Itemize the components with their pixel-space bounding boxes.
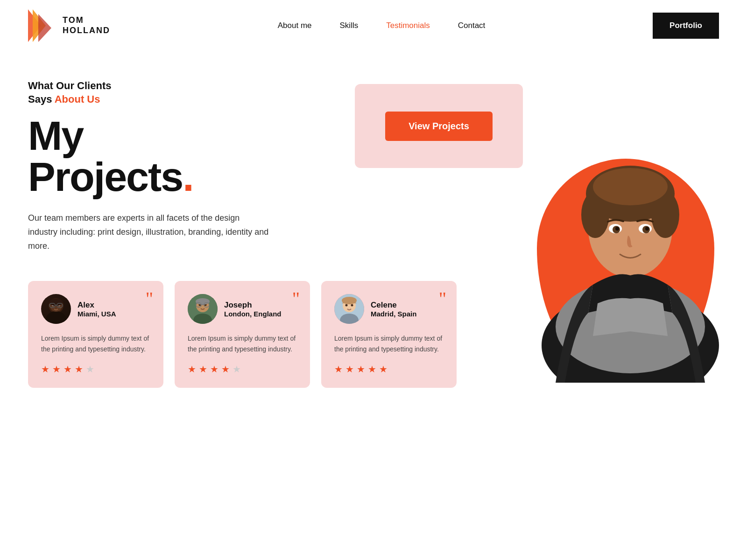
quote-mark-1: " <box>146 289 153 308</box>
star-2-1: ★ <box>188 364 196 375</box>
star-3-1: ★ <box>334 364 343 375</box>
nav-contact[interactable]: Contact <box>458 21 486 30</box>
card-text-3: Lorem Ipsum is simply dummy text of the … <box>334 333 444 354</box>
person-illustration <box>532 103 728 383</box>
card-name-3: Celene <box>371 301 416 310</box>
big-title: My Projects. <box>28 115 289 197</box>
svg-point-41 <box>351 304 353 307</box>
nav-skills[interactable]: Skills <box>340 21 359 30</box>
main-content: What Our Clients Says About Us My Projec… <box>0 51 747 253</box>
svg-point-16 <box>645 227 649 231</box>
avatar-joseph <box>188 294 218 324</box>
star-2-2: ★ <box>199 364 207 375</box>
hero-description: Our team members are experts in all face… <box>28 211 271 253</box>
star-1-5: ★ <box>86 364 94 375</box>
svg-marker-2 <box>38 14 51 42</box>
star-1-1: ★ <box>41 364 49 375</box>
star-2-3: ★ <box>210 364 218 375</box>
stars-3: ★ ★ ★ ★ ★ <box>334 364 444 375</box>
card-person-info-3: Celene Madrid, Spain <box>371 301 416 318</box>
svg-point-33 <box>196 298 210 305</box>
subtitle-prefix: What Our Clients <box>28 80 111 91</box>
title-dot: . <box>183 154 193 200</box>
svg-point-15 <box>615 227 619 231</box>
title-line2: Projects <box>28 154 183 200</box>
testimonial-card-2: " Joseph London, En <box>175 281 310 388</box>
testimonial-card-1: " Ale <box>28 281 163 388</box>
card-name-1: Alex <box>78 301 116 310</box>
svg-point-40 <box>345 304 348 307</box>
card-header-3: Celene Madrid, Spain <box>334 294 444 324</box>
card-person-info-2: Joseph London, England <box>224 301 281 318</box>
person-area <box>486 56 728 383</box>
main-nav: About me Skills Testimonials Contact <box>278 21 486 30</box>
logo-icon <box>28 9 56 42</box>
quote-mark-2: " <box>292 289 300 308</box>
quote-mark-3: " <box>439 289 446 308</box>
avatar-alex <box>41 294 71 324</box>
title-line1: My <box>28 112 83 159</box>
svg-point-18 <box>46 311 66 324</box>
stars-2: ★ ★ ★ ★ ★ <box>188 364 297 375</box>
star-1-2: ★ <box>52 364 61 375</box>
subtitle: What Our Clients Says About Us <box>28 79 289 106</box>
logo-name-line1: TOM <box>63 15 110 26</box>
star-3-4: ★ <box>368 364 376 375</box>
avatar-celene <box>334 294 364 324</box>
star-3-3: ★ <box>357 364 365 375</box>
testimonial-card-3: " Celene Madrid, Spain Lorem Ipsum i <box>321 281 457 388</box>
card-person-info-1: Alex Miami, USA <box>78 301 116 318</box>
subtitle-says: Says <box>28 93 52 105</box>
nav-about[interactable]: About me <box>278 21 312 30</box>
logo-text: TOM HOLLAND <box>63 15 110 35</box>
card-location-3: Madrid, Spain <box>371 310 416 318</box>
card-location-2: London, England <box>224 310 281 318</box>
star-3-5: ★ <box>379 364 388 375</box>
card-header-2: Joseph London, England <box>188 294 297 324</box>
right-panel: View Projects <box>308 79 719 253</box>
card-name-2: Joseph <box>224 301 281 310</box>
logo-name-line2: HOLLAND <box>63 26 110 36</box>
portfolio-button[interactable]: Portfolio <box>653 13 719 39</box>
star-1-4: ★ <box>75 364 83 375</box>
header: TOM HOLLAND About me Skills Testimonials… <box>0 0 747 51</box>
card-header-1: Alex Miami, USA <box>41 294 150 324</box>
svg-point-10 <box>593 168 668 205</box>
card-text-2: Lorem Ipsum is simply dummy text of the … <box>188 333 297 354</box>
card-text-1: Lorem Ipsum is simply dummy text of the … <box>41 333 150 354</box>
subtitle-highlight: About Us <box>55 93 100 105</box>
logo: TOM HOLLAND <box>28 9 110 42</box>
stars-1: ★ ★ ★ ★ ★ <box>41 364 150 375</box>
star-3-2: ★ <box>345 364 354 375</box>
left-content: What Our Clients Says About Us My Projec… <box>28 79 308 253</box>
card-location-1: Miami, USA <box>78 310 116 318</box>
nav-testimonials[interactable]: Testimonials <box>386 21 430 30</box>
star-2-5: ★ <box>233 364 241 375</box>
star-1-3: ★ <box>63 364 72 375</box>
view-projects-button[interactable]: View Projects <box>385 112 493 141</box>
star-2-4: ★ <box>221 364 230 375</box>
